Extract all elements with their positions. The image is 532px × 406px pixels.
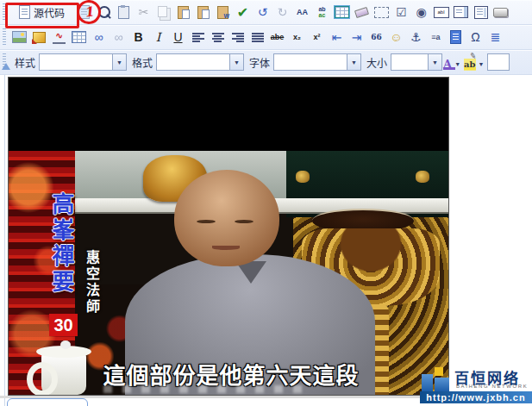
align-center-icon[interactable] [209,28,228,47]
remove-format-icon[interactable] [353,3,372,22]
indent-icon[interactable]: ⇥ [347,28,366,47]
format-combo-label: 格式 [132,55,153,70]
document-icon [450,30,461,44]
select-all-icon[interactable] [333,3,352,22]
anchor-icon[interactable]: ⚓ [407,28,426,47]
monk-eye-left [197,220,216,223]
select-all-icon [335,6,349,18]
toolbar-drag-handle [3,28,6,46]
text-field-icon[interactable]: abl [432,3,451,22]
outdent-icon[interactable]: ⇤ [328,28,347,47]
select-field-icon[interactable] [452,3,471,22]
collapse-toolbar-arrow[interactable] [2,63,10,70]
push-button-icon[interactable] [491,3,510,22]
highlight-color-button-arrow-icon[interactable]: ▼ [479,61,485,67]
image-icon[interactable] [10,28,29,47]
copy-icon[interactable] [154,3,173,22]
justify-icon[interactable] [248,28,267,47]
content-left-border [4,75,5,406]
paste-word-icon: W [217,6,228,19]
size-combo[interactable]: ▼ [391,53,442,71]
spell-check-icon[interactable]: ✔ [234,3,253,22]
list-icon: ≡a [431,34,440,41]
video-image[interactable]: 高峯禪要 30 惠空法師 這個部份是他第六天這段 [8,77,449,396]
italic-button[interactable]: I [149,28,168,47]
watermark: 百恒网络 BAIHENG NETWORK http://www.jxbh.cn [420,366,532,406]
indent-icon: ⇥ [352,31,362,43]
textarea-icon[interactable] [472,3,491,22]
toolbar-row-3: 样式▼格式▼字体▼大小▼A▼ab✎▼ [0,50,532,75]
replace-icon[interactable]: abac [313,3,332,22]
special-char-icon[interactable]: Ω [466,28,485,47]
size-combo-arrow-icon[interactable]: ▼ [428,54,441,70]
align-right-icon[interactable] [228,28,247,47]
checkbox-icon[interactable]: ☑ [392,3,411,22]
text-field-icon: abl [434,7,449,18]
align-center-icon [212,33,224,42]
document-icon[interactable] [447,28,466,47]
align-left-icon[interactable] [189,28,208,47]
templates-icon[interactable] [115,3,134,22]
horizontal-rule-icon: ∿ [53,31,66,44]
format-combo[interactable]: ▼ [156,53,244,71]
editor-window: 源代码✂W✔↺↻AAabac☑◉abl ∿∞∞BIUabex₂x²⇤⇥66☺⚓≡… [0,0,532,406]
monk-mouth [212,246,240,250]
blockquote-icon: 66 [371,34,382,41]
list-icon[interactable]: ≡a [427,28,446,47]
paste-text-icon[interactable] [194,3,213,22]
strikethrough-icon[interactable]: abe [268,28,287,47]
horizontal-rule-icon[interactable]: ∿ [50,28,69,47]
table-icon[interactable] [70,28,89,47]
paste-icon[interactable] [174,3,193,22]
link-icon: ∞ [95,31,103,43]
spell-check-icon: ✔ [237,4,248,21]
format-combo-arrow-icon[interactable]: ▼ [229,54,243,70]
link-icon[interactable]: ∞ [90,28,109,47]
bold-button[interactable]: B [129,28,148,47]
redo-icon[interactable]: ↻ [273,3,292,22]
style-combo-arrow-icon[interactable]: ▼ [112,54,126,70]
gold-ornament-right [416,171,429,183]
partial-button[interactable] [7,398,88,406]
form-icon[interactable] [372,3,391,22]
replace-icon: abac [318,6,325,18]
templates-icon [118,6,129,19]
text-color-button[interactable]: A▼ [443,53,462,71]
unlink-icon[interactable]: ∞ [110,28,128,47]
clipped-indent-icon[interactable]: ≣ [486,28,505,47]
italic-button: I [156,31,161,43]
annotation-highlight-box [5,3,79,28]
speaker-name-vertical: 惠空法師 [83,250,102,362]
radio-button-icon[interactable]: ◉ [412,3,431,22]
undo-icon[interactable]: ↺ [253,3,272,22]
program-title-vertical: 高峯禪要 [49,192,78,389]
watermark-logo-block [435,378,449,391]
cut-icon[interactable]: ✂ [135,3,153,22]
subscript-icon[interactable]: x₂ [288,28,307,47]
editor-content-area[interactable]: 高峯禪要 30 惠空法師 這個部份是他第六天這段 百恒网络 BAIHENG NE… [0,75,532,406]
style-combo[interactable]: ▼ [39,53,127,71]
justify-icon [252,33,264,42]
clipped-combo[interactable] [487,53,510,71]
highlight-color-button[interactable]: ab✎▼ [464,53,485,71]
smiley-icon: ☺ [390,31,402,43]
checkbox-icon: ☑ [396,6,407,18]
find-icon: AA [297,9,308,16]
underline-button[interactable]: U [169,28,188,47]
smiley-icon[interactable]: ☺ [387,28,406,47]
undo-icon: ↺ [258,6,268,18]
flash-icon [33,32,46,43]
find-icon[interactable]: AA [293,3,312,22]
superscript-icon[interactable]: x² [308,28,327,47]
paste-word-icon[interactable]: W [214,3,233,22]
gold-ornament-left [296,171,310,183]
font-combo[interactable]: ▼ [273,53,361,71]
video-scene: 高峯禪要 30 惠空法師 這個部份是他第六天這段 [9,151,448,395]
blockquote-icon[interactable]: 66 [367,28,386,47]
remove-format-icon [354,6,369,17]
watermark-logo-yellow [435,367,443,376]
flash-icon[interactable] [30,28,49,47]
toolbar-row-2: ∿∞∞BIUabex₂x²⇤⇥66☺⚓≡aΩ≣ [0,25,532,50]
font-combo-arrow-icon[interactable]: ▼ [347,54,360,70]
text-color-button-arrow-icon[interactable]: ▼ [454,61,460,67]
